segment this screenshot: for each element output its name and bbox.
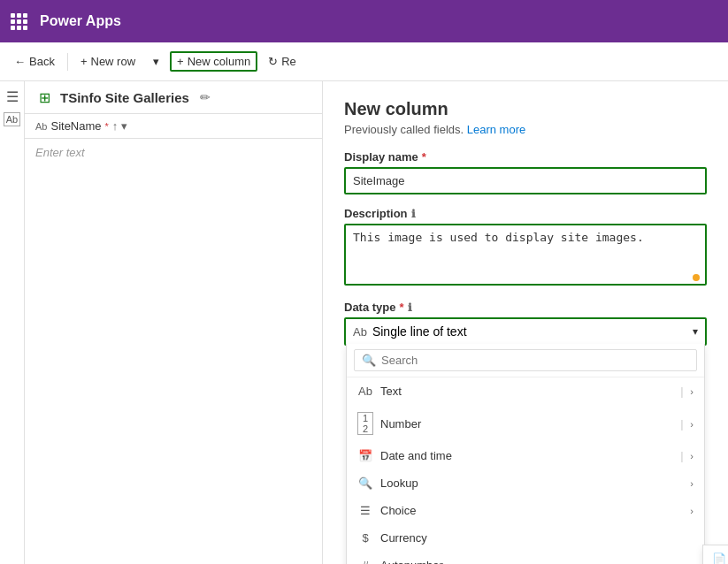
datetime-sep: | [680, 449, 683, 462]
info-icon: ℹ [411, 208, 416, 220]
autonumber-type-label: Autonumber [380, 559, 443, 564]
plus-icon: + [80, 55, 88, 68]
text-chevron-icon: › [690, 386, 694, 397]
back-label: Back [29, 55, 55, 68]
back-button[interactable]: ← Back [7, 51, 62, 72]
datetime-chevron-icon: › [690, 451, 694, 461]
description-label: Description ℹ [344, 207, 707, 220]
refresh-button[interactable]: ↻ Re [261, 51, 303, 72]
selected-type-label: Single line of text [372, 324, 467, 339]
text-type-icon: Ab [357, 385, 373, 398]
search-input-wrap: 🔍 [354, 349, 697, 371]
lookup-type-icon: 🔍 [357, 476, 373, 490]
autonumber-type-icon: # [357, 559, 373, 564]
hamburger-icon[interactable]: ☰ [6, 88, 19, 105]
new-row-button[interactable]: + New row [73, 51, 142, 72]
dropdown-item-currency[interactable]: $ Currency [347, 524, 704, 552]
description-textarea[interactable]: This image is used to display site image… [344, 224, 707, 286]
app-title: Power Apps [40, 13, 121, 29]
search-icon: 🔍 [362, 354, 376, 367]
dropdown-arrow-button[interactable]: ▾ [146, 51, 166, 72]
new-column-label: New column [188, 55, 251, 68]
sub-item-file[interactable]: 📄 File [703, 545, 728, 564]
enter-text-placeholder: Enter text [35, 146, 85, 159]
number-chevron-icon: › [690, 419, 694, 430]
left-panel: ☰ Ab ⊞ TSinfo Site Galleries ✏ Ab SiteNa… [0, 81, 323, 564]
column-icon: Ab [35, 121, 47, 132]
dropdown-list: 🔍 Ab Text | › [346, 344, 705, 564]
datatype-selected-row[interactable]: Ab Single line of text ▾ [346, 319, 705, 344]
main-layout: ☰ Ab ⊞ TSinfo Site Galleries ✏ Ab SiteNa… [0, 81, 728, 564]
number-sep: | [680, 417, 683, 431]
dropdown-item-datetime[interactable]: 📅 Date and time | › [347, 442, 704, 469]
toolbar-separator [67, 53, 68, 71]
datetime-type-icon: 📅 [357, 449, 373, 462]
choice-type-label: Choice [380, 504, 416, 517]
column-header-row: Ab SiteName * ↑ ▾ [25, 114, 322, 139]
enter-text-area: Enter text [25, 139, 322, 166]
dropdown-item-text[interactable]: Ab Text | › [347, 377, 704, 405]
text-type-label: Text [380, 385, 402, 398]
lookup-type-label: Lookup [380, 476, 418, 490]
chevron-down-icon: ▾ [153, 55, 159, 68]
datatype-selected-left: Ab Single line of text [353, 324, 467, 339]
top-bar: Power Apps [0, 0, 728, 42]
dropdown-item-choice[interactable]: ☰ Choice › [347, 497, 704, 524]
plus-icon-col: + [177, 55, 184, 68]
currency-type-label: Currency [380, 531, 427, 545]
sort-dropdown-icon[interactable]: ▾ [121, 119, 127, 133]
new-column-button[interactable]: + New column [170, 51, 257, 72]
refresh-icon: ↻ [268, 55, 278, 68]
display-name-label: Display name * [344, 150, 707, 164]
data-type-required: * [400, 301, 404, 314]
currency-type-icon: $ [357, 531, 373, 545]
data-type-info-icon: ℹ [408, 301, 412, 314]
dropdown-item-number[interactable]: 12 Number | › [347, 405, 704, 442]
display-name-group: Display name * [344, 150, 707, 194]
new-row-label: New row [91, 55, 136, 68]
left-content: ⊞ TSinfo Site Galleries ✏ Ab SiteName * … [25, 81, 322, 564]
number-type-label: Number [380, 417, 421, 431]
subtitle-text: Previously called fields. [344, 123, 464, 136]
dropdown-item-lookup[interactable]: 🔍 Lookup › [347, 469, 704, 497]
selected-type-icon: Ab [353, 325, 367, 339]
refresh-label: Re [281, 55, 296, 68]
data-type-label: Data type * ℹ [344, 301, 707, 314]
textarea-dot [693, 274, 700, 281]
required-marker: * [105, 121, 109, 132]
choice-chevron-icon: › [690, 506, 694, 516]
dropdown-item-autonumber[interactable]: # Autonumber [347, 552, 704, 564]
number-type-icon: 12 [357, 412, 373, 435]
data-type-group: Data type * ℹ Ab Single line of text ▾ [344, 301, 707, 346]
description-textarea-wrap: This image is used to display site image… [344, 224, 707, 288]
learn-more-link[interactable]: Learn more [467, 123, 525, 136]
text-sep: | [680, 385, 683, 398]
toolbar: ← Back + New row ▾ + New column ↻ Re [0, 42, 728, 81]
datetime-type-label: Date and time [380, 449, 452, 462]
sidebar-icon-column: ☰ Ab [0, 81, 25, 564]
edit-icon[interactable]: ✏ [200, 90, 211, 104]
datatype-chevron-icon: ▾ [693, 325, 698, 338]
text-icon[interactable]: Ab [4, 112, 20, 126]
sort-up-icon[interactable]: ↑ [112, 119, 119, 133]
display-name-input[interactable] [344, 167, 707, 194]
search-input[interactable] [381, 354, 689, 367]
panel-title: New column [344, 99, 707, 119]
back-icon: ← [14, 55, 26, 68]
site-name-column: SiteName [50, 119, 101, 133]
lookup-chevron-icon: › [690, 478, 694, 489]
panel-subtitle: Previously called fields. Learn more [344, 123, 707, 136]
file-sub-dropdown: 📄 File 🖼 Image [702, 545, 728, 564]
description-group: Description ℹ This image is used to disp… [344, 207, 707, 288]
waffle-icon[interactable] [11, 13, 27, 30]
right-panel: New column Previously called fields. Lea… [323, 81, 728, 564]
required-star: * [422, 150, 426, 164]
search-row: 🔍 [347, 344, 704, 377]
sub-file-icon: 📄 [712, 553, 726, 564]
data-type-dropdown[interactable]: Ab Single line of text ▾ 🔍 [344, 317, 707, 346]
table-title: TSinfo Site Galleries [60, 90, 189, 105]
table-icon: ⊞ [35, 88, 53, 106]
table-header: ⊞ TSinfo Site Galleries ✏ [25, 81, 322, 114]
choice-type-icon: ☰ [357, 504, 373, 517]
